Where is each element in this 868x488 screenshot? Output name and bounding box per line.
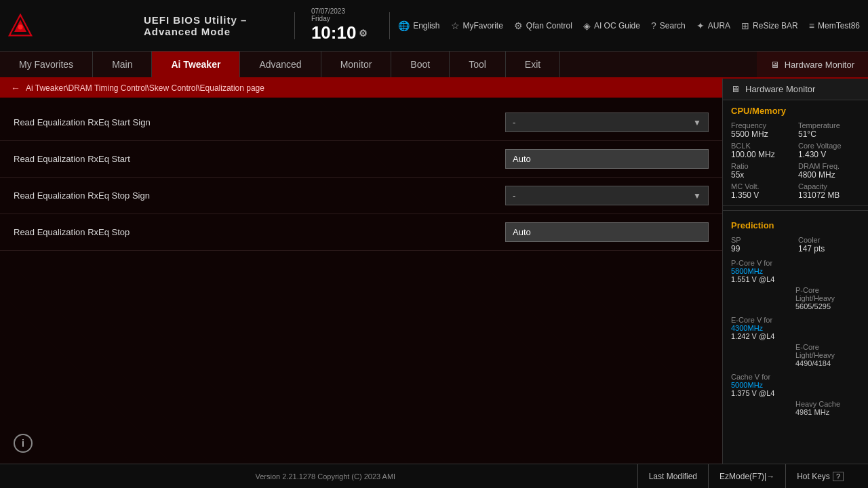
dram-freq-label: DRAM Freq. 4800 MHz [798, 162, 860, 180]
bios-title: UEFI BIOS Utility – Advanced Mode [144, 14, 286, 37]
fan-icon: ⚙ [514, 20, 523, 31]
rxeq-start-sign-label: Read Equalization RxEq Start Sign [14, 117, 505, 127]
breadcrumb: ← Ai Tweaker\DRAM Timing Control\Skew Co… [0, 79, 722, 98]
tool-search[interactable]: ? Search [651, 20, 686, 31]
info-button[interactable]: i [14, 434, 33, 453]
resize-icon: ⊞ [741, 20, 749, 31]
datetime-display: 07/07/2023 Friday 10:10 ⚙ [311, 7, 368, 43]
hot-keys-icon: ? [833, 472, 844, 481]
header-divider-1 [294, 12, 295, 39]
cpu-memory-section: CPU/Memory Frequency 5500 MHz Temperatur… [723, 100, 868, 206]
core-voltage-label: Core Voltage 1.430 V [798, 142, 860, 159]
hot-keys-button[interactable]: Hot Keys ? [785, 464, 854, 489]
aura-icon: ✦ [696, 20, 705, 31]
setting-rxeq-start-sign: Read Equalization RxEq Start Sign - ▼ [0, 104, 722, 141]
star-icon: ☆ [451, 20, 460, 31]
monitor-panel-icon: 🖥 [731, 84, 740, 94]
prediction-title: Prediction [731, 220, 860, 230]
rxeq-start-sign-control: - ▼ [505, 113, 709, 132]
time-settings-icon[interactable]: ⚙ [359, 28, 368, 39]
temp-label: Temperature 51°C [798, 121, 860, 139]
cache-section: Cache V for 5000MHz 1.375 V @L4 [731, 373, 860, 397]
question-icon: ? [651, 20, 656, 31]
capacity-label: Capacity 131072 MB [798, 182, 860, 200]
mc-volt-label: MC Volt. 1.350 V [731, 182, 793, 200]
rxeq-start-field[interactable]: Auto [505, 149, 709, 169]
setting-rxeq-stop-sign: Read Equalization RxEq Stop Sign - ▼ [0, 178, 722, 214]
sp-item: SP 99 [731, 236, 793, 253]
tab-my-favorites[interactable]: My Favorites [0, 52, 93, 77]
tool-aioc[interactable]: ◈ AI OC Guide [583, 20, 640, 31]
tool-aura[interactable]: ✦ AURA [696, 20, 730, 31]
e-core-section: E-Core V for 4300MHz 1.242 V @L4 [731, 316, 860, 340]
ratio-label: Ratio 55x [731, 162, 793, 180]
left-panel: ← Ai Tweaker\DRAM Timing Control\Skew Co… [0, 79, 722, 464]
footer: Version 2.21.1278 Copyright (C) 2023 AMI… [0, 464, 868, 488]
hw-divider [723, 210, 868, 211]
tab-exit[interactable]: Exit [506, 52, 560, 77]
setting-rxeq-start: Read Equalization RxEq Start Auto [0, 141, 722, 178]
dropdown-arrow-icon: ▼ [693, 118, 701, 127]
globe-icon: 🌐 [398, 20, 410, 31]
header-time: 10:10 ⚙ [311, 22, 368, 43]
last-modified-button[interactable]: Last Modified [637, 464, 708, 489]
rog-logo-icon [8, 14, 33, 38]
rxeq-stop-sign-dropdown[interactable]: - ▼ [505, 186, 709, 205]
header-divider-2 [389, 12, 390, 39]
freq-label: Frequency 5500 MHz [731, 121, 793, 139]
header: UEFI BIOS Utility – Advanced Mode 07/07/… [0, 0, 868, 52]
p-core-lh: P-CoreLight/Heavy 5605/5295 [731, 286, 860, 310]
rxeq-stop-field[interactable]: Auto [505, 222, 709, 242]
tab-boot[interactable]: Boot [391, 52, 450, 77]
hardware-monitor-panel: 🖥 Hardware Monitor CPU/Memory Frequency … [722, 79, 868, 464]
cpu-memory-title: CPU/Memory [731, 106, 860, 116]
tab-tool[interactable]: Tool [450, 52, 506, 77]
hw-panel-header: 🖥 Hardware Monitor [723, 79, 868, 100]
e-core-lh: E-CoreLight/Heavy 4490/4184 [731, 343, 860, 367]
back-arrow-icon[interactable]: ← [11, 83, 20, 94]
tab-hardware-monitor[interactable]: 🖥 Hardware Monitor [757, 52, 868, 77]
settings-area: Read Equalization RxEq Start Sign - ▼ Re… [0, 98, 722, 423]
ez-mode-button[interactable]: EzMode(F7)|→ [708, 464, 785, 489]
heavy-cache: Heavy Cache 4981 MHz [731, 400, 860, 416]
dropdown-arrow-2-icon: ▼ [693, 191, 701, 201]
rxeq-stop-sign-control: - ▼ [505, 186, 709, 205]
header-tools: 🌐 English ☆ MyFavorite ⚙ Qfan Control ◈ … [398, 20, 860, 31]
setting-rxeq-stop: Read Equalization RxEq Stop Auto [0, 214, 722, 251]
rxeq-stop-label: Read Equalization RxEq Stop [14, 227, 505, 237]
rog-logo [8, 14, 144, 38]
tab-advanced[interactable]: Advanced [240, 52, 321, 77]
ai-icon: ◈ [583, 20, 591, 31]
prediction-grid: SP 99 Cooler 147 pts [731, 236, 860, 253]
rxeq-stop-sign-label: Read Equalization RxEq Stop Sign [14, 190, 505, 201]
tab-main[interactable]: Main [93, 52, 152, 77]
tool-memtest[interactable]: ≡ MemTest86 [809, 20, 860, 31]
memtest-icon: ≡ [809, 20, 814, 31]
header-date: 07/07/2023 Friday [311, 7, 368, 22]
svg-point-2 [18, 24, 22, 29]
rxeq-stop-control: Auto [505, 222, 709, 242]
rxeq-start-control: Auto [505, 149, 709, 169]
tab-monitor[interactable]: Monitor [321, 52, 392, 77]
p-core-section: P-Core V for 5800MHz 1.551 V @L4 [731, 259, 860, 283]
footer-version: Version 2.21.1278 Copyright (C) 2023 AMI [14, 472, 637, 481]
info-area: i [0, 423, 722, 464]
tool-resizebar[interactable]: ⊞ ReSize BAR [741, 20, 798, 31]
cpu-memory-grid: Frequency 5500 MHz Temperature 51°C BCLK… [731, 121, 860, 200]
main-content: ← Ai Tweaker\DRAM Timing Control\Skew Co… [0, 79, 868, 464]
tool-qfan[interactable]: ⚙ Qfan Control [514, 20, 572, 31]
monitor-icon: 🖥 [770, 60, 779, 70]
footer-right: Last Modified EzMode(F7)|→ Hot Keys ? [637, 464, 854, 489]
bclk-label: BCLK 100.00 MHz [731, 142, 793, 159]
tab-ai-tweaker[interactable]: Ai Tweaker [152, 52, 240, 77]
rxeq-start-sign-dropdown[interactable]: - ▼ [505, 113, 709, 132]
tool-english[interactable]: 🌐 English [398, 20, 439, 31]
cooler-item: Cooler 147 pts [798, 236, 860, 253]
nav-bar: My Favorites Main Ai Tweaker Advanced Mo… [0, 52, 868, 79]
tool-myfavorite[interactable]: ☆ MyFavorite [451, 20, 503, 31]
prediction-section: Prediction SP 99 Cooler 147 pts P-Core V… [723, 215, 868, 422]
rxeq-start-label: Read Equalization RxEq Start [14, 154, 505, 164]
